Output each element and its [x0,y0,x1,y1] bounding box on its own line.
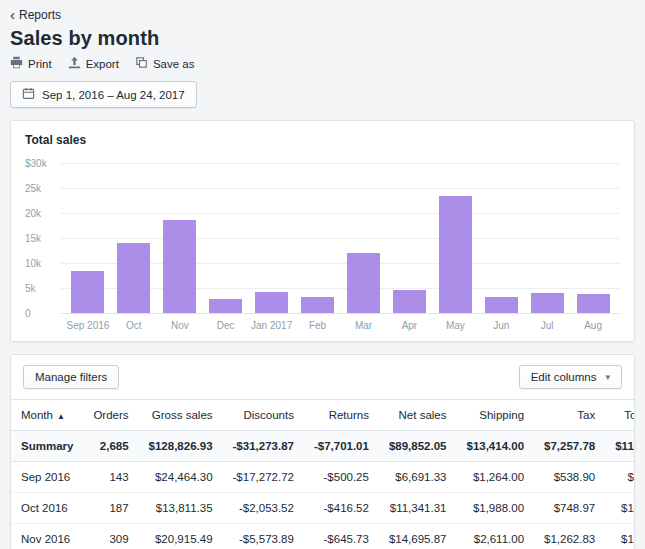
bar-may[interactable] [439,196,472,314]
x-tick-label: Dec [203,320,249,331]
y-tick-label: 15k [25,233,41,244]
chart-bars [61,163,620,313]
bar-column [295,163,341,313]
table-toolbar: Manage filters Edit columns ▾ [11,355,634,399]
table-cell: 309 [83,524,138,549]
table-cell: Nov 2016 [11,524,83,549]
table-cell: $20,915.49 [139,524,223,549]
column-header-tax[interactable]: Tax [534,400,605,431]
edit-columns-label: Edit columns [531,371,597,383]
bar-jan-2017[interactable] [255,292,288,313]
print-label: Print [28,58,52,70]
date-range-label: Sep 1, 2016 – Aug 24, 2017 [42,89,185,101]
table-cell: -$500.25 [304,462,379,493]
breadcrumb-label: Reports [19,8,61,22]
column-header-month[interactable]: Month▲ [11,400,83,431]
bar-jun[interactable] [485,297,518,314]
table-cell: -$5,573.89 [223,524,304,549]
column-header-total-sales[interactable]: Total sales [605,400,635,431]
table-cell: $1,988.00 [456,493,534,524]
export-icon [68,56,81,71]
bar-column [157,163,203,313]
y-tick-label: $30k [25,158,47,169]
table-cell: -$31,273.87 [223,431,304,462]
y-tick-label: 0 [25,308,31,319]
bar-column [341,163,387,313]
table-cell: $538.90 [534,462,605,493]
table-cell: $6,691.33 [379,462,457,493]
table-header-row: Month▲OrdersGross salesDiscountsReturnsN… [11,400,635,431]
sales-by-month-page: ‹ Reports Sales by month Print Export Sa… [0,0,645,549]
x-tick-label: Jul [524,320,570,331]
print-icon [10,56,23,71]
x-tick-label: Sep 2016 [65,320,111,331]
chart-x-labels: Sep 2016OctNovDecJan 2017FebMarAprMayJun… [61,320,620,331]
column-header-discounts[interactable]: Discounts [223,400,304,431]
table-cell: 2,685 [83,431,138,462]
bar-column [432,163,478,313]
table-row: Nov 2016309$20,915.49-$5,573.89-$645.73$… [11,524,635,549]
save-as-button[interactable]: Save as [135,56,195,71]
x-tick-label: Mar [341,320,387,331]
table-cell: $14,695.87 [379,524,457,549]
table-cell: -$17,272.72 [223,462,304,493]
bar-column [203,163,249,313]
bar-feb[interactable] [301,297,334,314]
bar-column [524,163,570,313]
export-button[interactable]: Export [68,56,119,71]
page-title: Sales by month [10,27,635,50]
table-cell: Sep 2016 [11,462,83,493]
column-header-net-sales[interactable]: Net sales [379,400,457,431]
sort-ascending-icon: ▲ [57,412,65,421]
print-button[interactable]: Print [10,56,52,71]
bar-apr[interactable] [393,290,426,313]
x-tick-label: Jun [478,320,524,331]
bar-nov[interactable] [163,220,196,313]
table-cell: $748.97 [534,493,605,524]
bar-oct[interactable] [117,243,150,313]
table-cell: $1,264.00 [456,462,534,493]
column-header-returns[interactable]: Returns [304,400,379,431]
bar-mar[interactable] [347,253,380,313]
table-cell: $11,341.31 [379,493,457,524]
chart-plot [61,163,620,313]
bar-column [386,163,432,313]
sales-table: Month▲OrdersGross salesDiscountsReturnsN… [11,399,635,549]
bar-column [111,163,157,313]
table-cell: -$2,053.52 [223,493,304,524]
bar-dec[interactable] [209,299,242,314]
table-cell: $2,611.00 [456,524,534,549]
manage-filters-label: Manage filters [35,371,107,383]
x-tick-label: Feb [295,320,341,331]
bar-column [249,163,295,313]
bar-aug[interactable] [577,294,610,314]
x-tick-label: Jan 2017 [249,320,295,331]
bar-column [478,163,524,313]
y-tick-label: 10k [25,258,41,269]
bar-column [65,163,111,313]
table-row: Sep 2016143$24,464.30-$17,272.72-$500.25… [11,462,635,493]
column-header-orders[interactable]: Orders [83,400,138,431]
caret-down-icon: ▾ [605,372,610,382]
table-cell: $13,414.00 [456,431,534,462]
date-range-row: Sep 1, 2016 – Aug 24, 2017 [10,81,635,108]
report-table-card: Manage filters Edit columns ▾ Month▲Orde… [10,354,635,549]
column-header-shipping[interactable]: Shipping [456,400,534,431]
bar-jul[interactable] [531,293,564,314]
x-tick-label: Oct [111,320,157,331]
column-header-gross-sales[interactable]: Gross sales [139,400,223,431]
table-body: Summary2,685$128,826.93-$31,273.87-$7,70… [11,431,635,549]
breadcrumb[interactable]: ‹ Reports [10,8,61,22]
bar-sep-2016[interactable] [71,271,104,313]
table-cell: $18,569.70 [605,524,635,549]
edit-columns-button[interactable]: Edit columns ▾ [519,365,622,389]
summary-row: Summary2,685$128,826.93-$31,273.87-$7,70… [11,431,635,462]
table-cell: $89,852.05 [379,431,457,462]
manage-filters-button[interactable]: Manage filters [23,365,119,389]
table-cell: 187 [83,493,138,524]
chart-title: Total sales [25,133,620,147]
chart-y-axis: $30k25k20k15k10k5k0 [25,163,61,313]
page-actions: Print Export Save as [10,56,635,71]
x-tick-label: Apr [386,320,432,331]
date-range-button[interactable]: Sep 1, 2016 – Aug 24, 2017 [10,81,197,108]
